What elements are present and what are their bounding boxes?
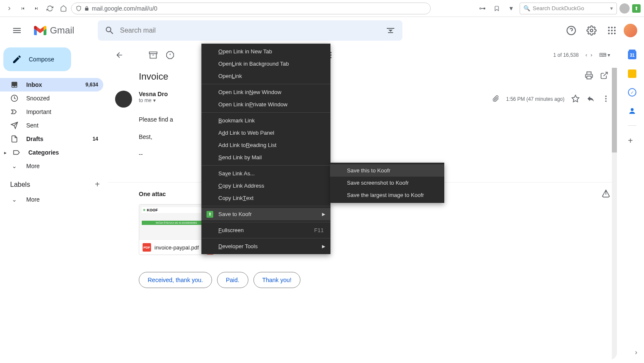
email-more-button[interactable] xyxy=(602,94,610,104)
search-dropdown-icon: ▾ xyxy=(610,5,613,11)
save-drive-icon[interactable] xyxy=(602,189,610,199)
svg-point-18 xyxy=(605,95,606,97)
sidebar-item-drafts[interactable]: Drafts14 xyxy=(0,132,103,146)
smart-reply-2[interactable]: Paid. xyxy=(217,272,248,288)
add-addon-button[interactable]: + xyxy=(628,136,636,144)
account-avatar[interactable] xyxy=(624,24,637,37)
keep-icon[interactable] xyxy=(628,69,636,78)
attachments-label: One attac xyxy=(139,191,166,197)
ctx-add-link-to-web-panel[interactable]: Add Link to Web Panel xyxy=(201,127,330,139)
gmail-icon xyxy=(34,26,47,35)
divider xyxy=(628,125,636,126)
sender-avatar[interactable] xyxy=(115,91,132,108)
compose-button[interactable]: Compose xyxy=(3,47,71,71)
popout-button[interactable] xyxy=(600,71,608,82)
search-options-icon[interactable] xyxy=(385,25,396,36)
reload-button[interactable] xyxy=(44,3,56,14)
svg-point-21 xyxy=(631,108,634,111)
spam-button[interactable] xyxy=(166,51,174,59)
input-tool-button[interactable]: ⌨ ▾ xyxy=(599,52,610,58)
add-label-button[interactable]: + xyxy=(95,180,100,189)
sidebar-labels-more[interactable]: ⌄ More xyxy=(0,193,103,206)
settings-button[interactable] xyxy=(583,22,600,39)
svg-point-7 xyxy=(614,30,616,31)
dropdown-icon[interactable]: ▾ xyxy=(505,3,517,14)
support-button[interactable] xyxy=(563,22,580,39)
ctx-open-link-in-new-tab[interactable]: Open Link in New Tab xyxy=(201,45,330,58)
fast-forward-button[interactable] xyxy=(30,3,42,14)
contacts-icon[interactable] xyxy=(628,107,636,115)
collapse-panel-button[interactable]: › xyxy=(635,349,637,356)
svg-point-19 xyxy=(605,98,606,99)
archive-button[interactable] xyxy=(149,51,157,59)
url-bar[interactable]: mail.google.com/mail/u/0 xyxy=(71,3,431,14)
svg-point-9 xyxy=(611,33,613,34)
ctx-send-link-by-mail[interactable]: Send Link by Mail xyxy=(201,151,330,163)
ctx-open-link[interactable]: Open Link xyxy=(201,70,330,82)
gmail-header: Gmail xyxy=(0,17,644,44)
svg-marker-17 xyxy=(572,95,579,102)
sidebar-item-snoozed[interactable]: Snoozed xyxy=(0,91,103,105)
sidebar-item-categories[interactable]: ▸Categories xyxy=(0,146,103,159)
timestamp: 1:56 PM (47 minutes ago) xyxy=(506,96,564,102)
back-button[interactable] xyxy=(115,51,124,59)
search-input[interactable] xyxy=(120,27,380,34)
attachment-filename: invoice-paypal.pdf xyxy=(154,244,199,251)
url-text: mail.google.com/mail/u/0 xyxy=(92,5,157,12)
calendar-icon[interactable]: 31 xyxy=(628,51,636,59)
browser-profile[interactable] xyxy=(619,3,630,14)
bookmark-icon[interactable] xyxy=(491,3,503,14)
subctx-save-this-to-koofr[interactable]: Save this to Koofr xyxy=(330,164,444,177)
svg-point-4 xyxy=(614,27,616,28)
ctx-save-to-koofr[interactable]: ⬆Save to Koofr▶ xyxy=(201,208,330,220)
ctx-open-link-in-private-window[interactable]: Open Link in Private Window xyxy=(201,98,330,111)
compose-label: Compose xyxy=(29,56,54,63)
sidebar-item-sent[interactable]: Sent xyxy=(0,119,103,132)
next-button[interactable]: › xyxy=(591,52,592,58)
subctx-save-screenshot-to-koofr[interactable]: Save screenshot to Koofr xyxy=(330,177,444,189)
sidebar-item-more[interactable]: ⌄More xyxy=(0,159,103,173)
subctx-save-the-largest-image-to-koofr[interactable]: Save the largest image to Koofr xyxy=(330,189,444,201)
home-button[interactable] xyxy=(58,3,69,14)
key-icon[interactable]: ⊶ xyxy=(476,3,488,14)
inbox-icon xyxy=(10,81,19,89)
ctx-copy-link-address[interactable]: Copy Link Address xyxy=(201,180,330,192)
browser-toolbar: mail.google.com/mail/u/0 ⊶ ▾ 🔍 Search Du… xyxy=(0,0,644,17)
browser-search[interactable]: 🔍 Search DuckDuckGo ▾ xyxy=(520,3,617,14)
attachment-icon xyxy=(493,95,499,103)
ctx-bookmark-link[interactable]: Bookmark Link xyxy=(201,114,330,127)
rewind-button[interactable] xyxy=(17,3,29,14)
email-header-row: Vesna Dro to me ▾ m> 1:56 PM (47 minutes… xyxy=(108,91,617,108)
ctx-open-link-in-background-tab[interactable]: Open Link in Background Tab xyxy=(201,58,330,70)
gmail-logo[interactable]: Gmail xyxy=(34,25,74,36)
print-button[interactable] xyxy=(585,71,593,82)
smart-reply-3[interactable]: Thank you! xyxy=(253,272,300,288)
tasks-icon[interactable]: ✓ xyxy=(628,88,636,97)
sidebar-item-inbox[interactable]: Inbox9,634 xyxy=(0,78,103,91)
side-panel: 31 ✓ + xyxy=(620,44,644,363)
important-icon xyxy=(10,108,19,116)
svg-point-2 xyxy=(608,27,610,28)
apps-button[interactable] xyxy=(603,22,620,39)
star-button[interactable] xyxy=(571,94,580,104)
ctx-add-link-to-reading-list[interactable]: Add Link to Reading List xyxy=(201,139,330,151)
ctx-developer-tools[interactable]: Developer Tools▶ xyxy=(201,240,330,252)
ctx-fullscreen[interactable]: FullscreenF11 xyxy=(201,224,330,236)
svg-point-5 xyxy=(608,30,610,31)
prev-button[interactable]: ‹ xyxy=(586,52,587,58)
ctx-save-link-as-[interactable]: Save Link As... xyxy=(201,167,330,180)
svg-point-3 xyxy=(611,27,613,28)
more-icon: ⌄ xyxy=(10,163,19,169)
main-menu-button[interactable] xyxy=(7,20,27,41)
gmail-text: Gmail xyxy=(50,25,74,36)
scrollbar[interactable] xyxy=(612,68,617,360)
ctx-copy-link-text[interactable]: Copy Link Text xyxy=(201,192,330,204)
svg-point-10 xyxy=(614,33,616,34)
reply-button[interactable] xyxy=(586,94,595,104)
forward-button[interactable] xyxy=(3,3,15,14)
lock-icon xyxy=(84,6,89,11)
sidebar-item-important[interactable]: Important xyxy=(0,105,103,119)
smart-reply-1[interactable]: Received, thank you. xyxy=(139,272,212,288)
koofr-extension-icon[interactable]: ⬆ xyxy=(632,4,641,13)
ctx-open-link-in-new-window[interactable]: Open Link in New Window xyxy=(201,86,330,98)
